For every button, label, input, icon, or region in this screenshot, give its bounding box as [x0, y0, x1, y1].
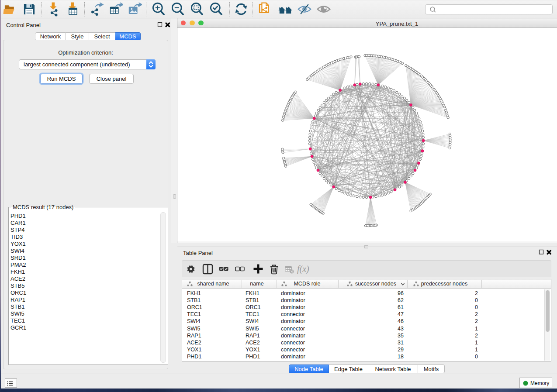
svg-text:f(x): f(x): [297, 264, 309, 274]
